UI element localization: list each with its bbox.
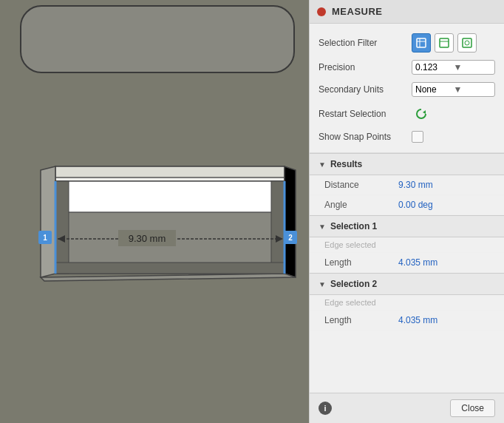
secondary-units-arrow: ▼ <box>454 84 492 95</box>
svg-marker-7 <box>41 166 55 277</box>
filter-icon-1 <box>416 38 426 48</box>
svg-rect-12 <box>55 181 69 274</box>
svg-text:9.30 mm: 9.30 mm <box>129 233 166 244</box>
selection1-title: Selection 1 <box>330 221 377 231</box>
selection2-title: Selection 2 <box>330 279 377 289</box>
selection-filter-buttons <box>412 33 495 53</box>
angle-value: 0.00 deg <box>398 200 433 210</box>
panel-footer: i Close <box>310 393 504 423</box>
restart-selection-button[interactable] <box>412 104 431 123</box>
selection2-length-row: Length 4.035 mm <box>310 311 504 331</box>
precision-dropdown[interactable]: 0.123 ▼ <box>412 60 495 75</box>
precision-select[interactable]: 0.123 ▼ <box>412 60 495 75</box>
filter-btn-1[interactable] <box>412 33 431 53</box>
angle-row: Angle 0.00 deg <box>310 195 504 215</box>
precision-value: 0.123 <box>415 62 454 72</box>
form-section: Selection Filter <box>310 24 504 153</box>
svg-text:1: 1 <box>43 234 47 242</box>
filter-icon-3 <box>462 38 472 48</box>
selection-filter-label: Selection Filter <box>319 38 407 48</box>
selection1-length-value: 4.035 mm <box>398 257 437 268</box>
svg-text:2: 2 <box>288 234 293 242</box>
selection1-section: ▼ Selection 1 Edge selected Length 4.035… <box>310 215 504 273</box>
secondary-units-value: None <box>415 84 454 95</box>
viewport[interactable]: 9.30 mm 1 2 <box>0 0 309 423</box>
svg-rect-13 <box>271 181 285 274</box>
panel-header: MEASURE <box>310 0 504 24</box>
restart-icon <box>414 106 429 121</box>
selection1-length-row: Length 4.035 mm <box>310 253 504 273</box>
close-button[interactable]: Close <box>450 399 495 417</box>
panel-title: MEASURE <box>332 6 383 17</box>
svg-rect-26 <box>417 38 426 47</box>
selection2-section: ▼ Selection 2 Edge selected Length 4.035… <box>310 273 504 331</box>
distance-row: Distance 9.30 mm <box>310 175 504 195</box>
svg-rect-14 <box>55 263 285 274</box>
angle-label: Angle <box>324 200 398 210</box>
snap-points-label: Show Snap Points <box>319 132 407 142</box>
selection2-chevron: ▼ <box>319 280 326 288</box>
restart-selection-row: Restart Selection <box>319 101 495 127</box>
results-header[interactable]: ▼ Results <box>310 153 504 175</box>
svg-rect-11 <box>55 181 285 212</box>
filter-icon-2 <box>439 38 449 48</box>
snap-points-row: Show Snap Points <box>319 127 495 146</box>
precision-row: Precision 0.123 ▼ <box>319 56 495 78</box>
filter-btn-3[interactable] <box>457 33 477 53</box>
selection2-length-value: 4.035 mm <box>398 315 437 325</box>
secondary-units-label: Secondary Units <box>319 84 407 95</box>
secondary-units-select[interactable]: None ▼ <box>412 82 495 97</box>
results-chevron: ▼ <box>319 160 326 169</box>
selection1-edge-label: Edge selected <box>310 237 504 253</box>
panel-body: Selection Filter <box>310 24 504 393</box>
svg-rect-1 <box>21 6 294 72</box>
selection1-length-label: Length <box>324 257 398 268</box>
svg-rect-31 <box>463 38 471 47</box>
precision-label: Precision <box>319 62 407 72</box>
restart-selection-label: Restart Selection <box>319 109 407 119</box>
svg-marker-8 <box>285 166 296 277</box>
header-icon <box>317 7 326 16</box>
selection-filter-row: Selection Filter <box>319 30 495 56</box>
svg-rect-29 <box>440 38 449 47</box>
selection2-length-label: Length <box>324 315 398 325</box>
selection1-chevron: ▼ <box>319 223 326 231</box>
selection2-edge-label: Edge selected <box>310 295 504 311</box>
selection1-header[interactable]: ▼ Selection 1 <box>310 215 504 237</box>
results-section: ▼ Results Distance 9.30 mm Angle 0.00 de… <box>310 153 504 215</box>
secondary-units-row: Secondary Units None ▼ <box>319 78 495 101</box>
secondary-units-dropdown[interactable]: None ▼ <box>412 82 495 97</box>
info-icon[interactable]: i <box>319 402 332 415</box>
distance-label: Distance <box>324 180 398 190</box>
snap-points-checkbox[interactable] <box>412 131 423 143</box>
svg-point-32 <box>465 41 469 45</box>
svg-marker-33 <box>423 110 426 114</box>
results-title: Results <box>330 159 362 169</box>
filter-btn-2[interactable] <box>435 33 454 53</box>
measure-panel: MEASURE Selection Filter <box>309 0 504 423</box>
precision-dropdown-arrow: ▼ <box>454 62 492 72</box>
selection2-header[interactable]: ▼ Selection 2 <box>310 273 504 295</box>
distance-value: 9.30 mm <box>398 180 433 190</box>
